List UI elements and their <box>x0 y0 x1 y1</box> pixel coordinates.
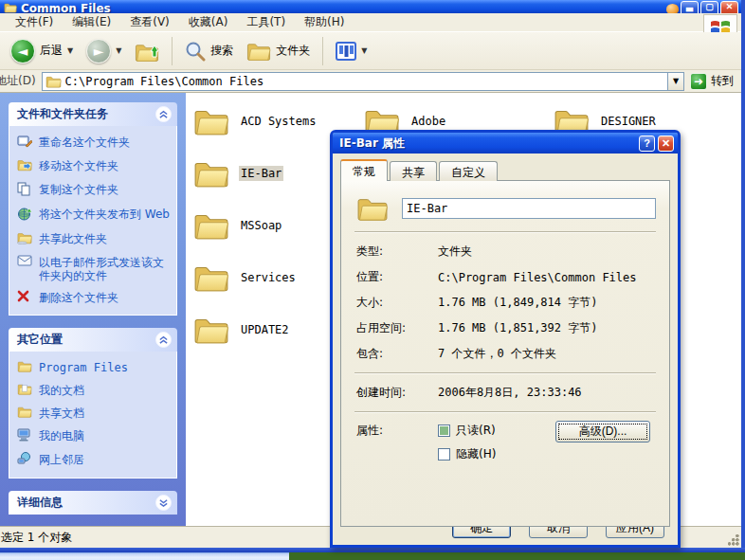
folder-icon <box>17 406 32 421</box>
attributes-label: 属性: <box>356 423 438 439</box>
prop-label: 占用空间: <box>356 320 438 336</box>
task-publish-folder[interactable]: 将这个文件夹发布到 Web <box>17 208 173 224</box>
panel-file-tasks-header[interactable]: 文件和文件夹任务 <box>9 102 177 126</box>
folder-icon <box>193 210 229 241</box>
prop-value: 文件夹 <box>438 244 472 260</box>
task-label: 移动这个文件夹 <box>39 159 118 172</box>
folder-services[interactable]: Services <box>193 262 298 293</box>
task-delete-folder[interactable]: 删除这个文件夹 <box>17 291 173 305</box>
prop-created: 创建时间: 2006年8月8日, 23:33:46 <box>356 380 656 406</box>
advanced-button[interactable]: 高级(D)... <box>555 421 650 443</box>
readonly-checkbox-fill <box>440 426 448 435</box>
up-button[interactable] <box>130 37 164 65</box>
dialog-title: IE-Bar 属性 <box>339 135 405 152</box>
prop-contains: 包含: 7 个文件，0 个文件夹 <box>356 341 656 367</box>
panel-title: 文件和文件夹任务 <box>17 106 108 122</box>
prop-value: C:\Program Files\Common Files <box>438 271 637 284</box>
folder-name-input[interactable] <box>402 198 656 219</box>
menu-file[interactable]: 文件(F) <box>6 12 63 32</box>
tab-general[interactable]: 常规 <box>340 159 388 181</box>
place-label: 共享文档 <box>39 406 84 420</box>
place-network[interactable]: 网上邻居 <box>17 453 173 468</box>
dialog-close-button[interactable]: ✕ <box>658 135 674 152</box>
search-button[interactable]: 搜索 <box>180 38 238 64</box>
folder-label: Adobe <box>409 114 447 129</box>
back-icon: ◄ <box>10 39 35 63</box>
address-bar: 地址(D) ▼ ➜ 转到 <box>0 70 741 93</box>
place-my-documents[interactable]: 我的文档 <box>17 384 173 398</box>
folders-button[interactable]: 文件夹 <box>242 38 315 64</box>
prop-type: 类型: 文件夹 <box>356 239 656 264</box>
collapse-chevron-icon[interactable] <box>155 332 172 348</box>
email-icon <box>17 255 32 269</box>
move-folder-icon <box>17 158 32 174</box>
resize-grip[interactable] <box>726 533 739 546</box>
task-rename-folder[interactable]: 重命名这个文件夹 <box>17 135 173 151</box>
address-box[interactable]: ▼ <box>42 72 684 91</box>
folder-icon <box>193 158 229 189</box>
folder-icon <box>193 262 229 293</box>
folder-mssoap[interactable]: MSSoap <box>193 210 283 241</box>
place-my-computer[interactable]: 我的电脑 <box>17 429 173 444</box>
address-dropdown-button[interactable]: ▼ <box>667 73 683 90</box>
place-program-files[interactable]: Program Files <box>17 361 173 375</box>
folders-label: 文件夹 <box>276 43 310 59</box>
prop-location: 位置: C:\Program Files\Common Files <box>356 264 656 290</box>
network-icon <box>17 452 32 468</box>
go-button[interactable]: ➜ 转到 <box>690 73 737 90</box>
desktop: Common Files ▃ ▢ ✕ 文件(F) 编辑(E) 查看(V) 收藏(… <box>0 0 745 560</box>
views-dropdown-icon[interactable]: ▼ <box>361 46 367 55</box>
folder-acd-systems[interactable]: ACD Systems <box>193 106 318 136</box>
views-button[interactable]: ▼ <box>331 39 372 63</box>
tab-customize[interactable]: 自定义 <box>439 161 498 181</box>
place-label: Program Files <box>39 361 128 374</box>
close-button[interactable]: ✕ <box>720 1 738 13</box>
panel-other-places: 其它位置 Program Files <box>9 328 177 479</box>
collapse-chevron-icon[interactable] <box>155 106 172 122</box>
maximize-button[interactable]: ▢ <box>700 1 718 13</box>
dialog-title-bar[interactable]: IE-Bar 属性 ? ✕ <box>333 133 678 154</box>
folder-label: Services <box>239 270 298 285</box>
place-label: 网上邻居 <box>39 453 84 466</box>
address-input[interactable] <box>65 74 663 89</box>
folder-update2[interactable]: UPDATE2 <box>193 315 291 345</box>
prop-label: 位置: <box>356 269 438 285</box>
title-bar-orb-icon <box>666 4 679 13</box>
minimize-button[interactable]: ▃ <box>681 1 699 13</box>
menu-favorites[interactable]: 收藏(A) <box>179 12 238 32</box>
menu-bar: 文件(F) 编辑(E) 查看(V) 收藏(A) 工具(T) 帮助(H) <box>0 13 741 32</box>
panel-file-tasks: 文件和文件夹任务 重命名这个文件夹 <box>9 102 177 316</box>
task-move-folder[interactable]: 移动这个文件夹 <box>17 159 173 174</box>
back-label: 后退 <box>40 43 63 59</box>
menu-edit[interactable]: 编辑(E) <box>63 12 120 32</box>
back-button[interactable]: ◄ 后退 ▼ <box>6 36 78 66</box>
tab-sharing[interactable]: 共享 <box>390 161 437 181</box>
task-copy-folder[interactable]: 复制这个文件夹 <box>17 183 173 199</box>
expand-chevron-icon[interactable] <box>155 495 172 511</box>
dialog-help-button[interactable]: ? <box>639 135 655 152</box>
folder-ie-bar[interactable]: IE-Bar <box>193 158 283 189</box>
place-label: 我的文档 <box>39 384 84 397</box>
menu-help[interactable]: 帮助(H) <box>295 12 354 32</box>
panel-details-header[interactable]: 详细信息 <box>9 491 177 515</box>
toolbar-separator <box>172 37 173 65</box>
menu-tools[interactable]: 工具(T) <box>237 12 295 32</box>
go-arrow-icon: ➜ <box>690 73 707 90</box>
forward-button[interactable]: ► ▼ <box>82 36 126 66</box>
toolbar-separator <box>322 37 323 65</box>
search-label: 搜索 <box>210 43 233 59</box>
back-dropdown-icon[interactable]: ▼ <box>67 46 73 55</box>
title-bar[interactable]: Common Files ▃ ▢ ✕ <box>0 0 741 13</box>
menu-view[interactable]: 查看(V) <box>120 12 179 32</box>
task-email-folder[interactable]: 以电子邮件形式发送该文件夹内的文件 <box>17 256 173 282</box>
readonly-checkbox[interactable] <box>438 425 450 437</box>
folder-label: ACD Systems <box>239 114 318 129</box>
place-shared-documents[interactable]: 共享文档 <box>17 406 173 421</box>
prop-value: 7 个文件，0 个文件夹 <box>438 346 556 362</box>
task-share-folder[interactable]: 共享此文件夹 <box>17 232 173 247</box>
forward-dropdown-icon[interactable]: ▼ <box>116 46 121 55</box>
folder-label: UPDATE2 <box>239 322 291 337</box>
readonly-label: 只读(R) <box>456 423 496 439</box>
panel-other-places-header[interactable]: 其它位置 <box>9 328 177 352</box>
hidden-checkbox[interactable] <box>438 448 450 461</box>
